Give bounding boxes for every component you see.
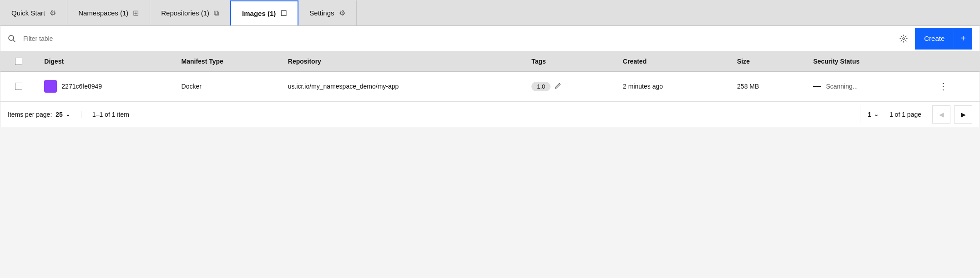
page-number-select[interactable]: 1 ⌄ — [868, 111, 879, 118]
created-value: 2 minutes ago — [623, 83, 663, 90]
col-manifest-header[interactable]: Manifest Type — [174, 51, 281, 72]
manifest-type-cell: Docker — [174, 72, 281, 101]
items-count-label: 1–1 of 1 item — [81, 111, 860, 118]
digest-value: 2271c6fe8949 — [61, 83, 102, 90]
row-overflow-cell: ⋮ — [928, 72, 980, 101]
tab-images-label: Images (1) — [242, 10, 276, 17]
copy-icon-repositories: ⧉ — [214, 9, 219, 17]
col-tags-header[interactable]: Tags — [524, 51, 616, 72]
select-all-checkbox[interactable] — [15, 58, 22, 65]
main-container: Quick Start ⚙ Namespaces (1) ⊞ Repositor… — [0, 0, 980, 127]
items-per-page-select[interactable]: 25 ⌄ — [56, 111, 70, 118]
row-overflow-button[interactable]: ⋮ — [935, 79, 951, 94]
create-button[interactable]: Create + — [915, 28, 972, 50]
page-number-value: 1 — [868, 111, 871, 118]
manifest-type-value: Docker — [182, 83, 202, 90]
repository-value: us.icr.io/my_namespace_demo/my-app — [288, 83, 399, 90]
prev-page-button[interactable]: ◀ — [932, 105, 950, 124]
tag-badge: 1.0 — [531, 82, 551, 91]
tab-namespaces-label: Namespaces (1) — [78, 9, 128, 17]
tab-bar: Quick Start ⚙ Namespaces (1) ⊞ Repositor… — [0, 0, 980, 26]
page-of-label: 1 of 1 page — [882, 111, 929, 118]
scanning-dash-icon — [813, 86, 821, 87]
tab-images[interactable]: Images (1) ☐ — [230, 0, 298, 25]
items-per-page-value: 25 — [56, 111, 63, 118]
page-select-chevron-icon: ⌄ — [874, 111, 879, 118]
create-button-label: Create — [915, 28, 954, 50]
col-check-header — [0, 51, 37, 72]
created-cell: 2 minutes ago — [616, 72, 730, 101]
tab-namespaces[interactable]: Namespaces (1) ⊞ — [67, 0, 150, 25]
tab-repositories-label: Repositories (1) — [161, 9, 209, 17]
image-icon — [44, 80, 57, 93]
size-value: 258 MB — [737, 83, 759, 90]
size-cell: 258 MB — [730, 72, 806, 101]
table-wrap: Digest Manifest Type Repository Tags Cre… — [0, 51, 980, 101]
gear-icon-quick-start: ⚙ — [50, 9, 56, 17]
pagination-section: 1 ⌄ 1 of 1 page ◀ ▶ — [860, 105, 972, 124]
col-digest-header[interactable]: Digest — [37, 51, 174, 72]
prev-page-icon: ◀ — [939, 111, 944, 118]
security-status-cell: Scanning... — [806, 72, 928, 101]
next-page-icon: ▶ — [961, 111, 966, 118]
repository-cell: us.icr.io/my_namespace_demo/my-app — [281, 72, 524, 101]
items-per-page-section: Items per page: 25 ⌄ — [8, 111, 81, 118]
tab-quick-start[interactable]: Quick Start ⚙ — [0, 0, 67, 25]
table-row: 2271c6fe8949 Docker us.icr.io/my_namespa… — [0, 72, 980, 101]
row-checkbox[interactable] — [15, 83, 22, 90]
create-plus-icon: + — [954, 28, 972, 50]
images-table: Digest Manifest Type Repository Tags Cre… — [0, 51, 980, 101]
col-overflow-header — [928, 51, 980, 72]
table-settings-button[interactable] — [896, 31, 911, 46]
table-footer: Items per page: 25 ⌄ 1–1 of 1 item 1 ⌄ 1… — [0, 101, 980, 127]
col-created-header[interactable]: Created — [616, 51, 730, 72]
col-repository-header[interactable]: Repository — [281, 51, 524, 72]
tab-settings[interactable]: Settings ⚙ — [298, 0, 356, 25]
toolbar: Create + — [0, 26, 980, 51]
row-checkbox-cell — [0, 72, 37, 101]
items-per-page-chevron-icon: ⌄ — [66, 111, 70, 118]
edit-tag-icon[interactable] — [554, 82, 561, 91]
digest-cell: 2271c6fe8949 — [37, 72, 174, 101]
square-icon-images: ☐ — [280, 9, 287, 18]
search-input[interactable] — [20, 35, 458, 42]
search-icon — [8, 35, 16, 43]
tab-quick-start-label: Quick Start — [11, 9, 45, 17]
svg-line-1 — [13, 40, 15, 42]
table-header-row: Digest Manifest Type Repository Tags Cre… — [0, 51, 980, 72]
svg-point-2 — [903, 38, 904, 40]
security-status-value: Scanning... — [826, 83, 858, 90]
next-page-button[interactable]: ▶ — [954, 105, 972, 124]
col-security-header[interactable]: Security Status — [806, 51, 928, 72]
tab-repositories[interactable]: Repositories (1) ⧉ — [150, 0, 230, 25]
col-size-header[interactable]: Size — [730, 51, 806, 72]
grid-icon-namespaces: ⊞ — [133, 9, 139, 17]
tags-cell: 1.0 — [524, 72, 616, 101]
gear-icon-settings: ⚙ — [339, 9, 345, 17]
tab-settings-label: Settings — [309, 9, 334, 17]
items-per-page-label: Items per page: — [8, 111, 52, 118]
